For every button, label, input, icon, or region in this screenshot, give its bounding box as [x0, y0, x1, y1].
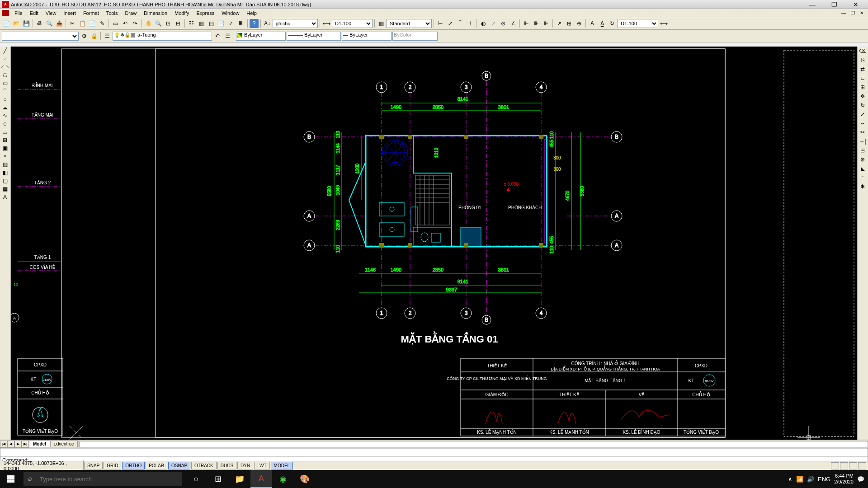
trim-icon[interactable]: ✂ — [858, 128, 868, 137]
ws-lock-icon[interactable]: 🔒 — [90, 32, 99, 41]
leader-icon[interactable]: ↗ — [555, 19, 564, 28]
tab-next[interactable]: ▶ — [14, 441, 22, 448]
dimstyle2-combo[interactable]: D1-100 — [618, 19, 658, 28]
pline-icon[interactable]: ⟋⟍ — [0, 63, 10, 71]
toggle-otrack[interactable]: OTRACK — [191, 462, 217, 469]
status-lock-icon[interactable] — [840, 462, 848, 469]
ssm-icon[interactable]: 📑 — [217, 19, 226, 28]
dim-arc-icon[interactable]: ⌒ — [456, 19, 465, 28]
mtext-icon[interactable]: A — [0, 193, 10, 201]
tab-first[interactable]: |◀ — [0, 441, 7, 448]
menu-view[interactable]: View — [42, 9, 60, 17]
dimted-icon[interactable]: A̲ — [598, 19, 607, 28]
undo-icon[interactable]: ↶ — [121, 19, 130, 28]
erase-icon[interactable]: ⌫ — [858, 47, 868, 56]
tab-prev[interactable]: ◀ — [7, 441, 14, 448]
array-icon[interactable]: ⊞ — [858, 83, 868, 92]
mirror-icon[interactable]: ⇄ — [858, 65, 868, 74]
linetype-combo[interactable]: ——— ByLayer — [287, 32, 341, 41]
center-icon[interactable]: ⊕ — [575, 19, 584, 28]
paint-icon[interactable]: 🎨 — [294, 470, 316, 488]
menu-window[interactable]: Window — [218, 9, 243, 17]
lang-indicator[interactable]: ENG — [818, 476, 830, 483]
dim-linear-icon[interactable]: ⊢ — [436, 19, 445, 28]
toggle-lwt[interactable]: LWT — [254, 462, 269, 469]
dim-base-icon[interactable]: ⊪ — [532, 19, 541, 28]
line-icon[interactable]: ╱ — [0, 47, 10, 55]
hatch-icon[interactable]: ▨ — [0, 160, 10, 169]
spline-icon[interactable]: ∿ — [0, 112, 10, 120]
textstyle-icon[interactable]: A↓ — [263, 19, 272, 28]
menu-insert[interactable]: Insert — [60, 9, 80, 17]
dim-jog-icon[interactable]: ⟋ — [489, 19, 498, 28]
explode-icon[interactable]: ✱ — [858, 182, 868, 191]
toggle-ortho[interactable]: ORTHO — [122, 462, 145, 469]
zoom-prev-icon[interactable]: ⊟ — [174, 19, 183, 28]
ws-settings-icon[interactable]: ⚙ — [80, 32, 89, 41]
open-icon[interactable]: 📂 — [12, 19, 21, 28]
toggle-dyn[interactable]: DYN — [237, 462, 253, 469]
print-icon[interactable]: 🖶 — [35, 19, 44, 28]
gradient-icon[interactable]: ◧ — [0, 169, 10, 177]
copy-icon[interactable]: 📋 — [78, 19, 87, 28]
menu-help[interactable]: Help — [243, 9, 260, 17]
qcalc-icon[interactable]: 🖩 — [236, 19, 245, 28]
cut-icon[interactable]: ✂ — [68, 19, 77, 28]
chamfer-icon[interactable]: ◣ — [858, 164, 868, 173]
wifi-icon[interactable]: 📶 — [796, 476, 803, 483]
dim-rad-icon[interactable]: ◐ — [479, 19, 488, 28]
dimed-icon[interactable]: A — [588, 19, 597, 28]
markup-icon[interactable]: ✓ — [226, 19, 236, 28]
dimstyle-combo[interactable]: D1-100 — [332, 19, 373, 28]
tab-p.kientruc[interactable]: p.kientruc — [50, 441, 78, 447]
lweight-combo[interactable]: — ByLayer — [342, 32, 392, 41]
menu-format[interactable]: Format — [80, 9, 103, 17]
dim-aligned-icon[interactable]: ⤢ — [446, 19, 455, 28]
table-icon[interactable]: ▦ — [0, 185, 10, 193]
plotstyle-combo[interactable]: ByColor — [392, 32, 438, 41]
stretch-icon[interactable]: ↔ — [858, 119, 868, 128]
join-icon[interactable]: ⊕ — [858, 155, 868, 164]
search-input[interactable] — [24, 472, 182, 486]
zoom-win-icon[interactable]: ⊡ — [164, 19, 173, 28]
extend-icon[interactable]: →| — [858, 137, 868, 146]
pan-icon[interactable]: ✋ — [144, 19, 153, 28]
paste-icon[interactable]: 📄 — [88, 19, 97, 28]
textstyle-combo[interactable]: ghichu — [273, 19, 318, 28]
mdi-close[interactable]: ✕ — [857, 10, 866, 16]
preview-icon[interactable]: 🔍 — [45, 19, 54, 28]
tab-model[interactable]: Model — [29, 441, 50, 447]
fillet-icon[interactable]: ◜ — [858, 173, 868, 182]
menu-express[interactable]: Express — [193, 9, 218, 17]
ellarc-icon[interactable]: ⌓ — [0, 128, 10, 136]
status-annotation-icon[interactable] — [831, 462, 839, 469]
dim-cont-icon[interactable]: ⊫ — [542, 19, 551, 28]
tab-last[interactable]: ▶| — [22, 441, 29, 448]
copy-obj-icon[interactable]: ⎘ — [858, 56, 868, 65]
layer-combo[interactable]: 💡❄🔓 a-Tuong — [113, 32, 212, 41]
toggle-grid[interactable]: GRID — [104, 462, 121, 469]
workspace-combo[interactable] — [2, 32, 79, 41]
tp-icon[interactable]: ▤ — [207, 19, 216, 28]
layer-manager-icon[interactable]: ☰ — [103, 32, 112, 41]
help-icon[interactable]: ? — [250, 19, 259, 28]
polygon-icon[interactable]: ⬠ — [0, 71, 10, 79]
offset-icon[interactable]: ⊏ — [858, 74, 868, 83]
menu-edit[interactable]: Edit — [26, 9, 42, 17]
coords-display[interactable]: 144343.4875, -1.0070E+06 , 0.0000 — [0, 460, 84, 471]
match-icon[interactable]: ✎ — [98, 19, 107, 28]
menu-dimension[interactable]: Dimension — [140, 9, 171, 17]
block-icon[interactable]: ▭ — [111, 19, 120, 28]
revcloud-icon[interactable]: ☁ — [0, 103, 10, 112]
clock[interactable]: 6:44 PM2/9/2020 — [834, 473, 854, 485]
makeblock-icon[interactable]: ▣ — [0, 144, 10, 152]
minimize-button[interactable]: — — [802, 0, 823, 9]
autocad-task-icon[interactable]: A — [250, 470, 272, 488]
layer-prev-icon[interactable]: ↶ — [213, 32, 222, 41]
rect-icon[interactable]: ▭ — [0, 79, 10, 87]
tol-icon[interactable]: ⊞ — [565, 19, 574, 28]
insert-icon[interactable]: ⊞ — [0, 136, 10, 144]
dim-ang-icon[interactable]: ∠ — [509, 19, 518, 28]
chrome-icon[interactable]: ◉ — [272, 470, 294, 488]
save-icon[interactable]: 💾 — [22, 19, 31, 28]
